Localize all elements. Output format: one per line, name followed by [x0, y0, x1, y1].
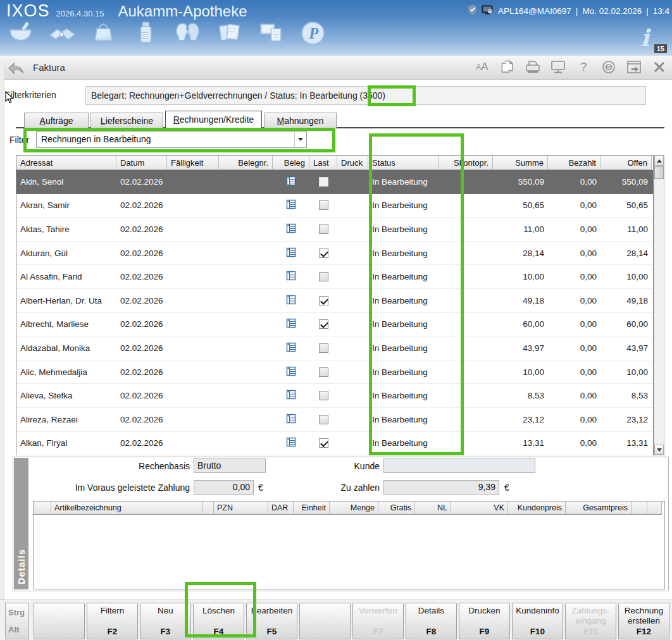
mortar-pestle-icon[interactable] [6, 19, 35, 47]
table-scrollbar[interactable] [654, 155, 664, 455]
col-header-einheit[interactable]: Einheit [294, 502, 330, 515]
vorauszahlung-field[interactable]: 0,00 [194, 480, 254, 495]
beleg-document-icon[interactable] [286, 390, 296, 402]
beleg-document-icon[interactable] [286, 414, 296, 426]
tab-rechnungen-kredite[interactable]: Rechnungen/Kredite [165, 111, 262, 128]
last-checkbox[interactable] [319, 200, 328, 210]
font-size-icon[interactable]: AA [475, 59, 490, 75]
last-checkbox[interactable] [319, 177, 328, 187]
col-header-adressat[interactable]: Adressat [16, 156, 116, 170]
col-header-dar[interactable]: DAR [268, 502, 294, 515]
invoice-row[interactable]: Aktas, Tahire 02.02.2026 In Bearbeitung … [16, 218, 653, 242]
last-checkbox[interactable] [319, 438, 328, 448]
col-header-beleg[interactable]: Beleg [273, 156, 309, 170]
documents-icon[interactable] [215, 19, 244, 47]
col-header-belegnr[interactable]: Belegnr. [219, 156, 273, 170]
back-icon[interactable] [6, 60, 24, 78]
beleg-document-icon[interactable] [286, 223, 296, 235]
rechnung-erstellen-button[interactable]: Rechnung erstellenF12 [618, 603, 669, 639]
invoice-row[interactable]: Alkan, Firyal 02.02.2026 In Bearbeitung … [16, 432, 653, 455]
filterkriterien-field[interactable]: Belegart: Rechnungen+Geldverrechnungen /… [85, 86, 646, 105]
col-header-artikelbezeichnung[interactable]: Artikelbezeichnung [51, 502, 203, 515]
close-icon[interactable] [652, 59, 667, 75]
filter-dropdown[interactable]: Rechnungen in Bearbeitung [36, 131, 307, 148]
verwerfen-button[interactable]: VerwerfenF7 [352, 603, 404, 639]
print-icon[interactable] [525, 59, 540, 75]
col-header-datum[interactable]: Datum [116, 156, 167, 170]
last-checkbox[interactable] [319, 296, 328, 305]
medicine-bottle-icon[interactable] [132, 19, 160, 47]
kunde-field[interactable] [383, 458, 535, 473]
invoice-row[interactable]: Alireza, Rezaei 02.02.2026 In Bearbeitun… [16, 408, 653, 432]
filtern-button[interactable]: FilternF2 [87, 603, 138, 639]
kundeninfo-button[interactable]: KundeninfoF10 [512, 603, 563, 639]
neu-button[interactable]: NeuF3 [140, 603, 191, 639]
beleg-document-icon[interactable] [286, 271, 296, 283]
col-header-skontopr[interactable]: Skontopr. [439, 156, 493, 170]
last-checkbox[interactable] [319, 319, 328, 329]
zu-zahlen-field[interactable]: 9,39 [383, 480, 499, 495]
invoice-row[interactable]: Akin, Senol 02.02.2026 In Bearbeitung 55… [16, 170, 653, 194]
p-logo-icon[interactable]: P [299, 19, 327, 47]
email-icon[interactable] [601, 59, 616, 75]
drucken-button[interactable]: DruckenF9 [459, 603, 510, 639]
col-header-gesamtpreis[interactable]: Gesamtpreis [566, 502, 632, 515]
empty-button-f1[interactable] [34, 603, 85, 639]
info-icon[interactable]: i 15 [640, 25, 662, 53]
beleg-document-icon[interactable] [286, 199, 296, 211]
beleg-document-icon[interactable] [286, 342, 296, 354]
tab-auftraege[interactable]: Aufträge [24, 113, 89, 128]
rechenbasis-field[interactable]: Brutto [194, 458, 266, 473]
copy-icon[interactable] [500, 59, 515, 75]
scrollbar-thumb[interactable] [654, 166, 664, 179]
invoice-row[interactable]: Akran, Samir 02.02.2026 In Bearbeitung 5… [16, 194, 653, 218]
empty-button-f6[interactable] [299, 603, 351, 639]
invoice-row[interactable]: Akturan, Gül 02.02.2026 In Bearbeitung 2… [16, 242, 653, 266]
last-checkbox[interactable] [319, 391, 328, 400]
beleg-document-icon[interactable] [286, 366, 296, 378]
col-header-last[interactable]: Last [309, 156, 337, 170]
last-checkbox[interactable] [319, 415, 328, 424]
monitor-icon[interactable] [551, 59, 566, 75]
beleg-document-icon[interactable] [286, 247, 296, 259]
invoice-row[interactable]: Alic, Mehmedaljia 02.02.2026 In Bearbeit… [16, 360, 653, 385]
workstation-icon[interactable] [257, 19, 285, 47]
zahlungseingang-button[interactable]: Zahlungs-eingangF11 [565, 603, 616, 639]
invoice-row[interactable]: Al Assafin, Farid 02.02.2026 In Bearbeit… [16, 265, 653, 289]
tab-lieferscheine[interactable]: Lieferscheine [90, 113, 163, 128]
window-switch-icon[interactable] [626, 59, 642, 75]
invoice-row[interactable]: Albert-Herlan, Dr. Uta 02.02.2026 In Bea… [16, 289, 653, 313]
beleg-document-icon[interactable] [286, 318, 296, 330]
col-header-faelligkeit[interactable]: Fälligkeit [167, 156, 219, 170]
shopping-bag-icon[interactable] [90, 19, 118, 47]
last-checkbox[interactable] [319, 367, 328, 377]
scroll-up-icon[interactable] [654, 156, 664, 166]
handshake-icon[interactable] [48, 19, 77, 47]
col-header-pzn[interactable]: PZN [214, 502, 268, 515]
invoice-row[interactable]: Albrecht, Marliese 02.02.2026 In Bearbei… [16, 313, 653, 337]
invoice-row[interactable]: Aldazabal, Monika 02.02.2026 In Bearbeit… [16, 336, 653, 360]
last-checkbox[interactable] [319, 225, 328, 234]
col-header-bezahlt[interactable]: Bezahlt [548, 156, 600, 170]
col-header-menge[interactable]: Menge [330, 502, 378, 515]
beleg-document-icon[interactable] [286, 176, 296, 188]
beleg-document-icon[interactable] [286, 437, 296, 449]
col-header-nl[interactable]: NL [415, 502, 451, 515]
details-button[interactable]: DetailsF8 [406, 603, 457, 639]
col-header-druck[interactable]: Druck [337, 156, 368, 170]
last-checkbox[interactable] [319, 272, 328, 281]
col-header-status[interactable]: Status [368, 156, 439, 170]
loeschen-button[interactable]: LöschenF4 [193, 603, 244, 639]
col-header-summe[interactable]: Summe [493, 156, 548, 170]
tab-mahnungen[interactable]: Mahnungen [264, 113, 337, 128]
help-icon[interactable]: ? [576, 59, 591, 75]
beleg-document-icon[interactable] [286, 295, 296, 307]
customers-icon[interactable] [173, 19, 202, 47]
last-checkbox[interactable] [319, 343, 328, 353]
bearbeiten-button[interactable]: BearbeitenF5 [246, 603, 297, 639]
col-header-vk[interactable]: VK [451, 502, 508, 515]
details-side-tab[interactable]: Details [14, 458, 28, 589]
col-header-kundenpreis[interactable]: Kundenpreis [508, 502, 566, 515]
last-checkbox[interactable] [319, 249, 328, 258]
col-header-offen[interactable]: Offen [600, 156, 652, 170]
